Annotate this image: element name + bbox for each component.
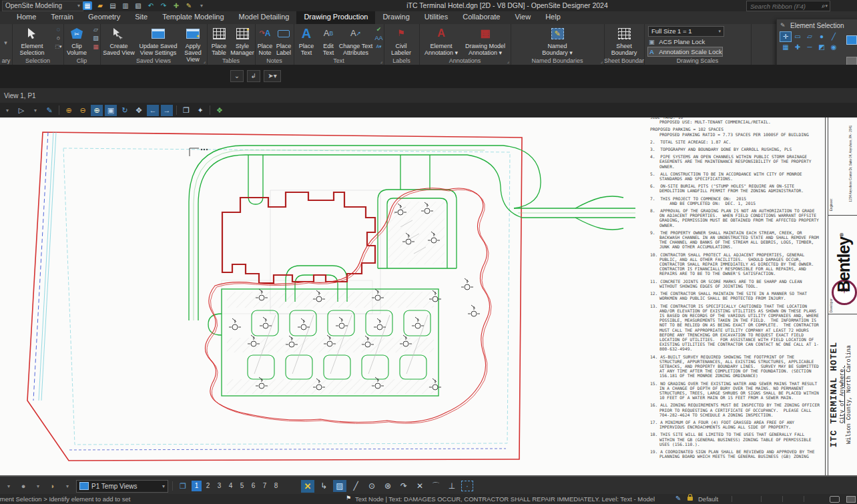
clip-volume-button[interactable]: ✂ Clip Volume [64, 25, 89, 56]
ribbon-tab-drawing[interactable]: Drawing [375, 11, 416, 24]
update-saved-view-button[interactable]: Update Saved View Settings [137, 25, 179, 56]
element-annotation-button[interactable]: A Element Annotation ▾ [420, 25, 462, 56]
snap-keypoint-icon[interactable]: ⊙ [365, 480, 378, 492]
snap-tangent-icon[interactable]: ⌒ [429, 480, 443, 492]
display-rule-dropdown-icon[interactable]: ▾ [32, 481, 44, 492]
create-saved-view-button[interactable]: Create Saved View [101, 25, 136, 56]
compress-icon[interactable]: ▥ [121, 1, 130, 10]
lock-icon[interactable] [687, 497, 693, 501]
view-title-bar[interactable]: View 1, P1 [0, 88, 857, 103]
pan-view-icon[interactable]: ✥ [133, 105, 145, 116]
view-toggle-6[interactable]: 6 [248, 481, 258, 491]
view-menu-icon[interactable]: ▾ [1, 105, 13, 116]
ribbon-tab-utilities[interactable]: Utilities [417, 11, 455, 24]
edit-mode-pencil-icon[interactable]: ✎ [675, 495, 681, 502]
select-shape-icon[interactable]: ▱ [804, 32, 815, 41]
acs-plane-lock-toggle[interactable]: ▣ ACS Plane Lock [648, 37, 705, 46]
selection-set-icon[interactable] [846, 496, 856, 503]
display-style-dropdown-icon[interactable]: ▾ [29, 105, 41, 116]
drawing-model-annotation-button[interactable]: ▦ Drawing Model Annotation ▾ [462, 25, 509, 56]
pointer-mode-icon[interactable]: ➤▾ [264, 70, 281, 82]
drawing-scale-select[interactable]: Full Size 1 = 1 ▾ [648, 26, 724, 37]
view-previous-icon[interactable]: ← [147, 105, 159, 116]
clay-mode-icon[interactable]: ◗ [47, 481, 59, 492]
edit-text-button[interactable]: AB Edit Text [318, 25, 338, 56]
named-boundaries-dialog-launcher-icon[interactable]: ⌟ [601, 59, 603, 64]
ribbon-tab-home[interactable]: Home [9, 11, 43, 24]
view-brush-icon[interactable]: ✎ [43, 105, 55, 116]
annotations-dialog-launcher-icon[interactable]: ⌟ [507, 59, 509, 64]
properties-icon[interactable]: ✎ [184, 1, 194, 10]
change-text-attributes-button[interactable]: A➚ Change Text Attributes [338, 25, 373, 56]
ribbon-tab-view[interactable]: View [507, 11, 538, 24]
add-selection-icon[interactable]: ✚ [792, 43, 803, 52]
ribbon-tab-geometry[interactable]: Geometry [81, 11, 127, 24]
view-toggle-5[interactable]: 5 [237, 481, 247, 491]
undo-icon[interactable]: ↶ [146, 1, 156, 10]
copy-view-icon[interactable]: ❐ [180, 105, 192, 116]
app-menu-icon[interactable]: ▦ [83, 1, 92, 10]
window-area-icon[interactable]: ⊕ [91, 105, 103, 116]
annotation-scale-lock-toggle[interactable]: A Annotation Scale Lock [648, 47, 722, 56]
snap-perpendicular-icon[interactable]: ⊥ [445, 480, 459, 492]
selection-mode-rect-icon[interactable]: ⬚▾ [54, 43, 63, 51]
select-all-icon[interactable]: ▦ [780, 43, 791, 52]
panel-docked-icon[interactable] [846, 35, 857, 45]
snap-multi-icon[interactable]: · [461, 481, 473, 491]
ribbon-tab-drawing-production[interactable]: Drawing Production [296, 11, 375, 24]
chevron-down-icon[interactable]: ▾ [1, 39, 10, 47]
invert-selection-icon[interactable]: ◩ [816, 43, 827, 52]
select-move-icon[interactable]: ✛ [780, 32, 791, 41]
ribbon-search-input[interactable] [749, 2, 822, 11]
print-icon[interactable]: ▧ [133, 1, 143, 10]
named-boundary-button[interactable]: ✎ Named Boundary ▾ [537, 25, 577, 56]
view-properties-icon[interactable]: ❖ [214, 105, 226, 116]
zoom-in-icon[interactable]: ⊕ [63, 105, 75, 116]
clip-mask-icon[interactable]: ▱ [91, 25, 100, 33]
display-style-icon[interactable]: ▷ [15, 105, 27, 116]
text-case-icon[interactable]: AA [374, 34, 383, 42]
saved-views-dialog-launcher-icon[interactable]: ⌟ [204, 59, 206, 64]
clip-delete-icon[interactable]: ▦ [91, 43, 100, 51]
snap-intersection-icon[interactable]: ✕ [413, 480, 426, 492]
style-manager-button[interactable]: ● Style Manager [230, 25, 254, 56]
ribbon-tab-collaborate[interactable]: Collaborate [455, 11, 507, 24]
view-toggle-7[interactable]: 7 [260, 481, 270, 491]
explorer-icon[interactable]: ✚ [172, 1, 181, 10]
clear-selection-icon[interactable]: ◉ [828, 43, 839, 52]
subtract-selection-icon[interactable]: ─ [804, 43, 815, 52]
select-rectangle-icon[interactable]: ▭ [792, 32, 803, 41]
clay-mode-dropdown-icon[interactable]: ▾ [61, 481, 73, 492]
view-1-canvas[interactable]: SIDE YARD: 10 PROPOSED USE: MULT-TENANT … [0, 117, 857, 475]
search-dropdown-icon[interactable]: ▾ [825, 3, 828, 9]
select-circle-icon[interactable]: ● [816, 32, 827, 41]
temp-views-combo[interactable]: P1 Temp Views ▾ [76, 480, 168, 493]
chevron-down-icon[interactable]: ▾ [3, 481, 15, 492]
sheet-boundary-button[interactable]: Sheet Boundary [608, 25, 640, 56]
rotate-view-icon[interactable]: ↻ [119, 105, 131, 116]
text-more-icon[interactable]: A▾ [374, 43, 383, 51]
ribbon-tab-terrain[interactable]: Terrain [43, 11, 81, 24]
select-line-icon[interactable]: ╱ [828, 32, 839, 41]
selection-mode-circle-icon[interactable]: ◌ [54, 25, 63, 33]
workflow-selector[interactable]: OpenSite Modeling ▾ [2, 1, 83, 11]
accudraw-compass-icon[interactable]: ✕ [301, 480, 314, 493]
ribbon-tab-model-detailing[interactable]: Model Detailing [232, 11, 297, 24]
view-next-icon[interactable]: → [161, 105, 173, 116]
element-selection-button[interactable]: Element Selection [13, 25, 51, 56]
snap-elbow-icon[interactable]: ↳ [317, 480, 330, 492]
open-file-icon[interactable]: ▰ [95, 1, 105, 10]
save-icon[interactable]: ▤ [108, 1, 117, 10]
view-toggle-2[interactable]: 2 [203, 481, 213, 491]
place-table-button[interactable]: Place Table [208, 25, 230, 56]
view-groups-icon[interactable]: ❐ [177, 481, 189, 492]
view-toggle-3[interactable]: 3 [214, 481, 224, 491]
text-check-icon[interactable]: ✔ [374, 25, 383, 33]
snap-nearest-icon[interactable]: ╱ [349, 480, 362, 492]
apply-checkbox-icon[interactable]: ⌄ [230, 70, 244, 82]
fit-view-icon[interactable]: ▣ [105, 105, 117, 116]
clip-forward-icon[interactable]: ▨ [91, 34, 100, 42]
place-text-button[interactable]: A Place Text [294, 25, 318, 56]
return-snap-icon[interactable]: ↲ [247, 70, 260, 82]
snap-midpoint-icon[interactable]: ⊛ [381, 480, 394, 492]
